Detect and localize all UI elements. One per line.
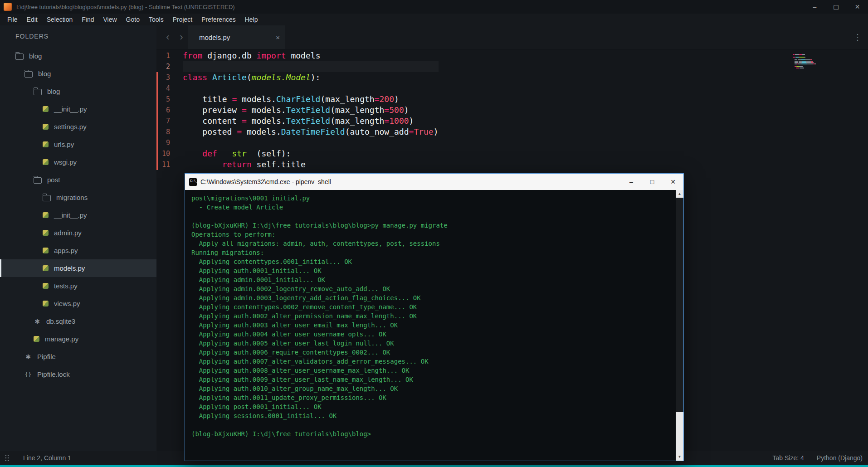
menu-file[interactable]: File — [3, 14, 22, 25]
line-number: 7 — [156, 116, 170, 126]
tree-item-blog[interactable]: blog — [0, 47, 156, 65]
code-line-8[interactable]: posted = models.DateTimeField(auto_now_a… — [183, 126, 439, 137]
close-button[interactable]: ✕ — [847, 0, 868, 14]
code-line-7[interactable]: content = models.TextField(max_length=10… — [183, 116, 439, 126]
menu-bar: FileEditSelectionFindViewGotoToolsProjec… — [0, 14, 868, 25]
code-line-11[interactable]: return self.title — [183, 159, 439, 170]
tree-item-pipfile-lock[interactable]: {}Pipfile.lock — [0, 365, 156, 383]
tab-size-indicator[interactable]: Tab Size: 4 — [773, 454, 804, 462]
terminal-line: (blog-bXjxuKHR) I:\dj\free tutorials\blo… — [191, 221, 673, 230]
python-file-icon — [43, 212, 49, 218]
menu-project[interactable]: Project — [168, 14, 197, 25]
tree-item-views-py[interactable]: views.py — [0, 295, 156, 312]
tree-item-admin-py[interactable]: admin.py — [0, 224, 156, 242]
code-line-2[interactable] — [183, 61, 439, 72]
python-file-icon — [43, 248, 49, 253]
tree-item-db-sqlite3[interactable]: ✱db.sqlite3 — [0, 312, 156, 330]
tree-item-label: __init__.py — [54, 105, 87, 113]
tree-item-blog[interactable]: blog — [0, 65, 156, 83]
menu-help[interactable]: Help — [240, 14, 263, 25]
tree-item-models-py[interactable]: models.py — [0, 259, 156, 277]
folder-icon — [43, 195, 51, 201]
scrollbar-thumb[interactable] — [676, 412, 683, 453]
cmd-close-button[interactable]: ✕ — [663, 174, 683, 190]
cmd-title-bar[interactable]: C:\_ C:\Windows\System32\cmd.exe - pipen… — [185, 174, 683, 190]
tree-item-label: post — [47, 176, 60, 184]
tree-item-label: __init__.py — [54, 211, 87, 219]
title-bar: I:\dj\free tutorials\blog\blog\post\mode… — [0, 0, 868, 14]
tree-item-label: migrations — [56, 194, 88, 201]
terminal-line: Applying admin.0001_initial... OK — [191, 275, 673, 284]
menu-view[interactable]: View — [99, 14, 122, 25]
tree-item-pipfile[interactable]: ✱Pipfile — [0, 348, 156, 365]
terminal-line: Applying auth.0002_alter_permission_name… — [191, 311, 673, 321]
status-right: Tab Size: 4 Python (Django) — [773, 454, 863, 462]
tree-item-apps-py[interactable]: apps.py — [0, 242, 156, 259]
terminal-line: Apply all migrations: admin, auth, conte… — [191, 239, 673, 248]
tree-item-blog[interactable]: blog — [0, 83, 156, 100]
menu-preferences[interactable]: Preferences — [197, 14, 240, 25]
code-line-6[interactable]: preview = models.TextField(max_length=50… — [183, 105, 439, 116]
line-number: 10 — [156, 148, 170, 159]
folder-icon — [34, 89, 42, 95]
nav-back-icon[interactable]: ‹ — [161, 25, 175, 49]
tab-overflow-icon[interactable]: ⋮ — [853, 32, 862, 42]
tree-item-settings-py[interactable]: settings.py — [0, 118, 156, 136]
tab-models-py[interactable]: models.py × — [188, 25, 285, 49]
code-line-4[interactable] — [183, 83, 439, 94]
minimap[interactable] — [793, 54, 824, 69]
tree-item--init-py[interactable]: __init__.py — [0, 206, 156, 224]
line-number: 2 — [156, 61, 170, 72]
scroll-down-icon[interactable]: ▼ — [676, 453, 683, 461]
code-line-5[interactable]: title = models.CharField(max_length=200) — [183, 94, 439, 105]
tree-item--init-py[interactable]: __init__.py — [0, 100, 156, 118]
tree-item-label: settings.py — [54, 123, 87, 131]
tree-item-wsgi-py[interactable]: wsgi.py — [0, 153, 156, 171]
tree-item-tests-py[interactable]: tests.py — [0, 277, 156, 295]
cmd-window[interactable]: C:\_ C:\Windows\System32\cmd.exe - pipen… — [185, 173, 684, 461]
code-line-1[interactable]: from django.db import models — [183, 50, 439, 61]
sublime-icon — [4, 3, 12, 11]
folder-icon — [34, 177, 42, 184]
menu-find[interactable]: Find — [77, 14, 98, 25]
menu-selection[interactable]: Selection — [42, 14, 78, 25]
cmd-minimize-button[interactable]: – — [621, 174, 642, 190]
terminal-line: Applying auth.0001_initial... OK — [191, 266, 673, 275]
minimize-button[interactable]: – — [804, 0, 825, 14]
syntax-indicator[interactable]: Python (Django) — [817, 454, 863, 462]
window-controls: – ▢ ✕ — [804, 0, 868, 14]
tree-item-manage-py[interactable]: manage.py — [0, 330, 156, 348]
tree-item-label: apps.py — [54, 247, 78, 254]
tree-item-migrations[interactable]: migrations — [0, 189, 156, 206]
cmd-maximize-button[interactable]: □ — [642, 174, 663, 190]
menu-edit[interactable]: Edit — [22, 14, 42, 25]
cmd-body[interactable]: post\migrations\0001_initial.py - Create… — [185, 190, 683, 461]
cmd-scrollbar[interactable]: ▲ ▼ — [676, 190, 683, 461]
cmd-window-controls: – □ ✕ — [621, 174, 683, 190]
scroll-up-icon[interactable]: ▲ — [676, 190, 683, 198]
tree-item-label: admin.py — [54, 229, 82, 237]
nav-forward-icon[interactable]: › — [175, 25, 188, 49]
folder-icon — [24, 71, 33, 78]
tree-item-label: blog — [38, 70, 51, 78]
terminal-line: Applying post.0001_initial... OK — [191, 402, 673, 411]
sublime-text-window: I:\dj\free tutorials\blog\blog\post\mode… — [0, 0, 868, 467]
code-line-3[interactable]: class Article(models.Model): — [183, 72, 439, 83]
tree-item-label: Pipfile — [37, 353, 56, 360]
menu-goto[interactable]: Goto — [122, 14, 144, 25]
maximize-button[interactable]: ▢ — [825, 0, 847, 14]
terminal-line: Applying sessions.0001_initial... OK — [191, 411, 673, 420]
tree-item-urls-py[interactable]: urls.py — [0, 136, 156, 153]
line-number: 9 — [156, 137, 170, 148]
menu-tools[interactable]: Tools — [144, 14, 168, 25]
terminal-line: Applying auth.0008_alter_user_username_m… — [191, 366, 673, 375]
code-line-9[interactable] — [183, 137, 439, 148]
tab-close-icon[interactable]: × — [276, 34, 280, 41]
cmd-icon: C:\_ — [189, 178, 197, 186]
line-number: 11 — [156, 159, 170, 170]
code-line-10[interactable]: def __str__(self): — [183, 148, 439, 159]
status-dots-icon[interactable] — [5, 454, 10, 462]
terminal-line: - Create model Article — [191, 203, 673, 212]
tree-item-post[interactable]: post — [0, 171, 156, 189]
python-file-icon — [43, 141, 49, 147]
